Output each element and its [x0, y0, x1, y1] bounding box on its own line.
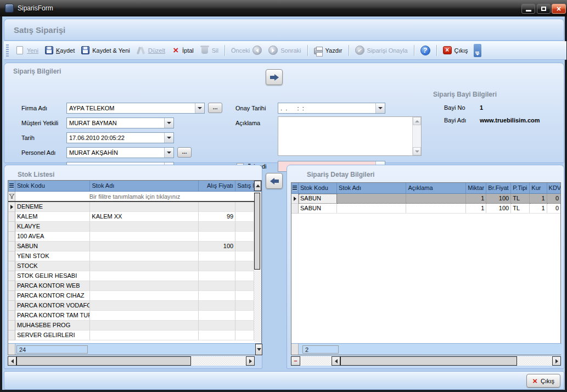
chevron-down-icon[interactable] — [375, 103, 385, 113]
column-header[interactable]: Açıklama — [406, 183, 466, 193]
aciklama-scrollbar[interactable] — [412, 117, 421, 155]
table-row[interactable]: SABUN 1 100 TL 1 0 — [291, 204, 560, 214]
toolbar-overflow-button[interactable] — [474, 44, 481, 57]
stok-kodu-cell: KLAVYE — [15, 222, 90, 232]
order-detail-panel: Sipariş Detay Bilgileri Stok Kodu Stok A… — [287, 165, 564, 369]
save-and-new-button[interactable]: Kaydet & Yeni — [78, 44, 133, 56]
scroll-right-button[interactable] — [246, 356, 255, 366]
chevron-down-icon[interactable] — [164, 118, 173, 128]
collapse-button[interactable]: – — [291, 356, 300, 366]
table-row[interactable]: SABUN 1 100 TL 1 0 — [291, 194, 560, 204]
table-row[interactable]: KLAVYE — [8, 222, 254, 232]
toolbar-separator — [414, 45, 414, 56]
br-fiyat-cell: 100 — [486, 194, 511, 204]
edit-button[interactable]: Düzelt — [133, 44, 169, 57]
onay-tarihi-combo[interactable]: . . : : — [278, 103, 385, 114]
exit-button[interactable]: × Çıkış — [526, 374, 560, 388]
alis-fiyati-cell — [199, 281, 235, 291]
row-count: 2 — [302, 345, 339, 354]
column-header[interactable]: Stok Adı — [337, 183, 406, 193]
table-row[interactable]: SERVER GELIRLERI — [8, 331, 254, 340]
cancel-button[interactable]: × İptal — [169, 44, 197, 57]
chevron-down-icon — [475, 53, 480, 55]
window-title: SiparisForm — [18, 4, 53, 12]
alis-fiyati-cell — [199, 222, 235, 232]
help-button[interactable]: ? — [417, 44, 434, 57]
table-row[interactable]: PARCA KONTOR VODAFON — [8, 301, 254, 311]
remove-from-order-button[interactable] — [266, 173, 283, 189]
column-header[interactable]: KDV — [547, 183, 560, 193]
detail-grid-header: Stok Kodu Stok Adı Açıklama Miktar Br.Fi… — [291, 183, 560, 194]
minimize-button[interactable] — [521, 4, 535, 14]
scroll-up-button[interactable] — [254, 181, 261, 191]
table-row[interactable]: STOK GELIR HESABI — [8, 271, 254, 281]
detail-hscrollbar[interactable]: – — [291, 356, 561, 366]
delete-button[interactable]: Sil — [197, 44, 222, 57]
table-row[interactable]: YENI STOK — [8, 251, 254, 261]
table-row[interactable]: PARCA KONTOR CIHAZ — [8, 291, 254, 301]
personel-adi-combo[interactable]: MURAT AKŞAHİN — [66, 147, 174, 158]
chevron-down-icon[interactable] — [195, 103, 204, 113]
table-row[interactable]: MUHASEBE PROG — [8, 321, 254, 331]
personel-adi-browse-button[interactable]: ... — [177, 147, 192, 158]
column-header[interactable]: Stok Kodu — [15, 181, 90, 191]
save-button[interactable]: Kaydet — [42, 44, 78, 56]
firma-adi-browse-button[interactable]: ... — [208, 103, 222, 113]
table-row[interactable]: SABUN 100 — [8, 242, 254, 251]
chevron-down-icon[interactable] — [164, 133, 173, 143]
satis-fiyati-cell — [235, 291, 254, 301]
kdv-cell: 0 — [547, 194, 560, 204]
aciklama-textarea[interactable] — [278, 116, 422, 156]
table-row[interactable]: PARCA KONTOR WEB — [8, 281, 254, 291]
table-row[interactable]: STOCK — [8, 261, 254, 271]
detail-rows: SABUN 1 100 TL 1 0 SABUN 1 100 TL 1 — [291, 194, 560, 214]
table-row[interactable]: 100 AVEA — [8, 232, 254, 242]
scroll-up-icon[interactable] — [413, 117, 421, 125]
next-button[interactable]: Sonraki — [265, 44, 304, 57]
table-row[interactable]: DENEME — [8, 202, 254, 212]
firma-adi-combo[interactable]: AYPA TELEKOM — [66, 103, 205, 114]
toolbar-drag-handle[interactable] — [6, 44, 9, 57]
print-button[interactable]: Yazdır — [311, 44, 346, 56]
scrollbar-thumb[interactable] — [16, 356, 191, 366]
satis-fiyati-cell — [235, 251, 254, 261]
column-header[interactable]: Stok Kodu — [299, 183, 337, 193]
close-button[interactable]: × — [552, 4, 566, 14]
stock-filter-row[interactable]: Bir filitre tanımlamak için tıklayınız — [8, 192, 261, 202]
bottom-bar: × Çıkış — [4, 371, 564, 390]
previous-circle-icon — [252, 46, 262, 55]
new-button[interactable]: Yeni — [12, 44, 42, 56]
exit-toolbar-button[interactable]: × Çıkış — [440, 44, 471, 56]
stok-adi-cell — [90, 222, 199, 232]
scroll-down-button[interactable] — [255, 344, 262, 355]
column-header[interactable]: Stok Adı — [90, 181, 199, 191]
column-header[interactable]: Br.Fiyat — [486, 183, 511, 193]
scroll-down-icon[interactable] — [413, 147, 421, 155]
column-header[interactable]: Kur — [530, 183, 547, 193]
add-to-order-button[interactable] — [266, 69, 283, 85]
scroll-left-button[interactable] — [332, 356, 340, 366]
column-header[interactable]: P.Tipi — [511, 183, 530, 193]
previous-button[interactable]: Önceki — [228, 44, 265, 57]
musteri-yetkili-combo[interactable]: MURAT BAYMAN — [66, 117, 174, 128]
approve-order-button[interactable]: ✓ Siparişi Onayla — [352, 44, 411, 57]
scroll-left-button[interactable] — [8, 356, 16, 366]
column-header[interactable]: Alış Fiyatı — [199, 181, 235, 191]
tarih-combo[interactable]: 17.06.2010 20:05:22 — [66, 132, 174, 143]
chevron-down-icon[interactable] — [164, 148, 173, 158]
maximize-button[interactable] — [537, 4, 551, 14]
scroll-right-button[interactable] — [552, 356, 561, 366]
minimize-icon — [526, 10, 531, 12]
printer-icon — [314, 48, 323, 54]
column-header[interactable]: Miktar — [466, 183, 486, 193]
maximize-icon — [541, 7, 546, 11]
scrollbar-thumb[interactable] — [340, 356, 517, 366]
stock-hscrollbar[interactable] — [8, 356, 255, 366]
overflow-bar-icon — [475, 52, 479, 53]
scrollbar-thumb[interactable] — [254, 193, 260, 270]
column-header[interactable]: Satış Fiya — [235, 181, 254, 191]
stock-vscrollbar[interactable] — [254, 192, 261, 342]
table-row[interactable]: PARCA KONTOR TAM TURK — [8, 311, 254, 321]
table-row[interactable]: KALEM KALEM XX 99 — [8, 212, 254, 222]
stok-kodu-cell: SABUN — [299, 204, 337, 214]
